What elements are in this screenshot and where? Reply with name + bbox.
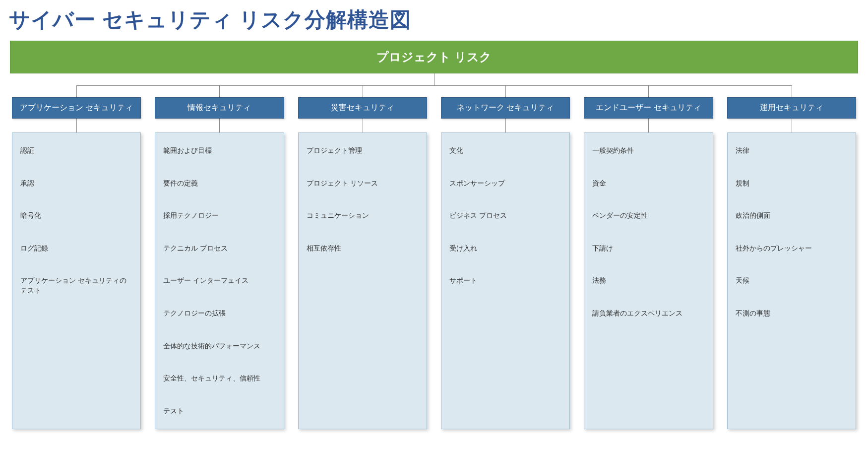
list-item: プロジェクト管理 <box>307 146 419 156</box>
list-item: テスト <box>163 406 275 416</box>
list-item: 天候 <box>736 276 848 286</box>
list-item: コミュニケーション <box>307 211 419 221</box>
list-item: ベンダーの安定性 <box>592 211 704 221</box>
connector-hbar <box>76 85 792 86</box>
column-header: ネットワーク セキュリティ <box>441 97 570 119</box>
column: 災害セキュリティプロジェクト管理プロジェクト リソースコミュニケーション相互依存… <box>298 97 427 429</box>
column-connector <box>12 119 141 132</box>
list-item: 承認 <box>20 179 132 189</box>
list-item: 資金 <box>592 179 704 189</box>
list-item: 政治的側面 <box>736 211 848 221</box>
connector-drop <box>363 85 363 97</box>
connector-drop <box>648 85 649 97</box>
column-header: 災害セキュリティ <box>298 97 427 119</box>
page-title: サイバー セキュリティ リスク分解構造図 <box>9 6 859 34</box>
list-item: 下請け <box>592 244 704 254</box>
columns-container: アプリケーション セキュリティ認証承認暗号化ログ記録アプリケーション セキュリテ… <box>12 97 856 429</box>
column: ネットワーク セキュリティ文化スポンサーシップビジネス プロセス受け入れサポート <box>441 97 570 429</box>
list-item: スポンサーシップ <box>449 179 561 189</box>
list-item: サポート <box>449 276 561 286</box>
column: 情報セキュリティ範囲および目標要件の定義採用テクノロジーテクニカル プロセスユー… <box>155 97 284 429</box>
column-body: 認証承認暗号化ログ記録アプリケーション セキュリティのテスト <box>12 132 141 429</box>
connector-drop <box>505 85 506 97</box>
list-item: 相互依存性 <box>307 244 419 254</box>
column-header: アプリケーション セキュリティ <box>12 97 141 119</box>
list-item: 法律 <box>736 146 848 156</box>
column-connector <box>727 119 856 132</box>
column-connector <box>584 119 713 132</box>
column: エンドユーザー セキュリティ一般契約条件資金ベンダーの安定性下請け法務請負業者の… <box>584 97 713 429</box>
column-body: 範囲および目標要件の定義採用テクノロジーテクニカル プロセスユーザー インターフ… <box>155 132 284 429</box>
list-item: 受け入れ <box>449 244 561 254</box>
root-node: プロジェクト リスク <box>10 41 858 73</box>
column-header: 情報セキュリティ <box>155 97 284 119</box>
connector-area <box>12 73 856 97</box>
list-item: 不測の事態 <box>736 309 848 319</box>
list-item: 範囲および目標 <box>163 146 275 156</box>
column-body: 法律規制政治的側面社外からのプレッシャー天候不測の事態 <box>727 132 856 429</box>
column-body: 一般契約条件資金ベンダーの安定性下請け法務請負業者のエクスペリエンス <box>584 132 713 429</box>
list-item: 請負業者のエクスペリエンス <box>592 309 704 319</box>
list-item: アプリケーション セキュリティのテスト <box>20 276 132 295</box>
list-item: 要件の定義 <box>163 179 275 189</box>
column-body: プロジェクト管理プロジェクト リソースコミュニケーション相互依存性 <box>298 132 427 429</box>
list-item: 規制 <box>736 179 848 189</box>
list-item: ビジネス プロセス <box>449 211 561 221</box>
list-item: 全体的な技術的パフォーマンス <box>163 341 275 351</box>
column-header: 運用セキュリティ <box>727 97 856 119</box>
list-item: プロジェクト リソース <box>307 179 419 189</box>
column-connector <box>441 119 570 132</box>
column: 運用セキュリティ法律規制政治的側面社外からのプレッシャー天候不測の事態 <box>727 97 856 429</box>
list-item: 一般契約条件 <box>592 146 704 156</box>
column-connector <box>155 119 284 132</box>
list-item: テクノロジーの拡張 <box>163 309 275 319</box>
list-item: 認証 <box>20 146 132 156</box>
list-item: 法務 <box>592 276 704 286</box>
list-item: 採用テクノロジー <box>163 211 275 221</box>
connector-drop <box>792 85 792 97</box>
list-item: ユーザー インターフェイス <box>163 276 275 286</box>
column-body: 文化スポンサーシップビジネス プロセス受け入れサポート <box>441 132 570 429</box>
connector-trunk <box>434 73 434 85</box>
column-connector <box>298 119 427 132</box>
list-item: 社外からのプレッシャー <box>736 244 848 254</box>
list-item: テクニカル プロセス <box>163 244 275 254</box>
list-item: 文化 <box>449 146 561 156</box>
list-item: 暗号化 <box>20 211 132 221</box>
list-item: ログ記録 <box>20 244 132 254</box>
connector-drop <box>219 85 220 97</box>
column-header: エンドユーザー セキュリティ <box>584 97 713 119</box>
list-item: 安全性、セキュリティ、信頼性 <box>163 374 275 384</box>
connector-drop <box>76 85 77 97</box>
column: アプリケーション セキュリティ認証承認暗号化ログ記録アプリケーション セキュリテ… <box>12 97 141 429</box>
